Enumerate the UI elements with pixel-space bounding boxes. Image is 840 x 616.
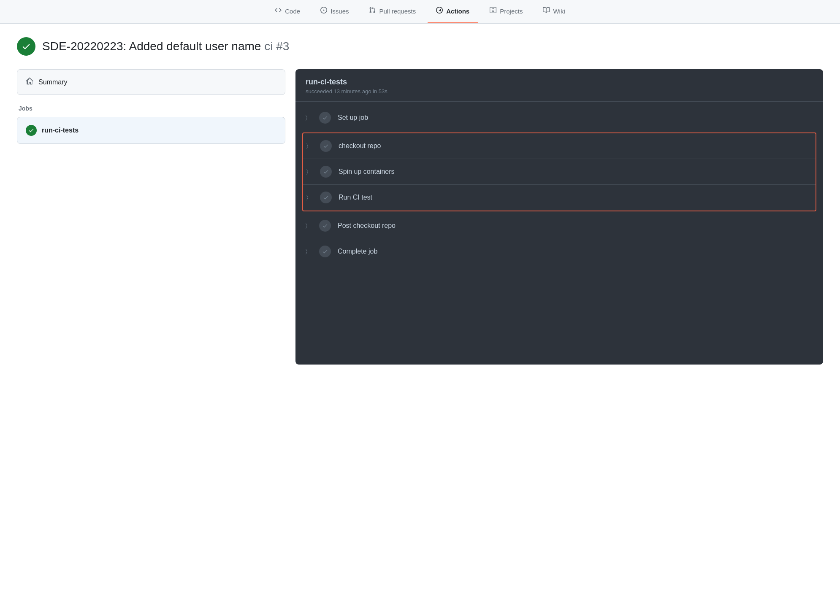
nav-code[interactable]: Code	[266, 0, 309, 23]
summary-label: Summary	[38, 78, 67, 86]
step-success-check	[319, 112, 331, 124]
nav-projects-label: Projects	[500, 8, 523, 15]
step-success-check	[320, 192, 332, 203]
actions-icon	[436, 7, 443, 15]
jobs-section-label: Jobs	[17, 102, 285, 117]
step-success-check	[320, 166, 332, 178]
wiki-icon	[543, 7, 550, 15]
chevron-right-icon: 〉	[306, 248, 312, 255]
page-title: SDE-20220223: Added default user name ci…	[42, 40, 289, 53]
step-success-check	[320, 140, 332, 152]
step-setup-job[interactable]: 〉 Set up job	[295, 105, 823, 131]
page-title-ci-text: ci #3	[264, 40, 289, 53]
chevron-right-icon: 〉	[306, 143, 313, 149]
projects-icon	[490, 7, 496, 15]
home-icon	[26, 77, 33, 87]
page-title-main: SDE-20220223: Added default user name	[42, 40, 261, 53]
top-nav: Code Issues Pull requests Actions Projec…	[0, 0, 840, 24]
step-spinup-label: Spin up containers	[339, 168, 395, 176]
layout: Summary Jobs run-ci-tests run-ci-tests s…	[17, 69, 823, 365]
step-spin-up-containers[interactable]: 〉 Spin up containers	[303, 159, 816, 185]
step-run-ci-test[interactable]: 〉 Run CI test	[303, 185, 816, 211]
step-complete-label: Complete job	[338, 248, 377, 255]
sidebar: Summary Jobs run-ci-tests	[17, 69, 295, 365]
panel-title: run-ci-tests	[306, 78, 813, 86]
step-success-check	[319, 246, 331, 257]
highlighted-steps-group: 〉 checkout repo 〉 Spin up containers	[302, 132, 816, 211]
page-title-row: SDE-20220223: Added default user name ci…	[17, 37, 823, 56]
nav-projects[interactable]: Projects	[481, 0, 531, 23]
code-icon	[275, 7, 282, 15]
panel-subtitle: succeeded 13 minutes ago in 53s	[306, 88, 813, 95]
status-success-badge	[17, 37, 35, 56]
summary-nav-item[interactable]: Summary	[17, 69, 285, 95]
step-list: 〉 Set up job 〉 checkout repo	[295, 102, 823, 268]
step-post-checkout-label: Post checkout repo	[338, 222, 396, 230]
job-run-ci-tests[interactable]: run-ci-tests	[17, 117, 285, 144]
issues-icon	[320, 7, 327, 15]
step-checkout-label: checkout repo	[339, 142, 381, 150]
chevron-right-icon: 〉	[306, 114, 312, 121]
step-runci-label: Run CI test	[339, 194, 372, 201]
nav-pr-label: Pull requests	[379, 8, 416, 15]
nav-actions[interactable]: Actions	[428, 0, 478, 23]
nav-code-label: Code	[285, 8, 300, 15]
panel-header: run-ci-tests succeeded 13 minutes ago in…	[295, 69, 823, 102]
nav-wiki[interactable]: Wiki	[534, 0, 573, 23]
chevron-right-icon: 〉	[306, 194, 313, 201]
nav-issues[interactable]: Issues	[312, 0, 357, 23]
nav-wiki-label: Wiki	[553, 8, 565, 15]
nav-pull-requests[interactable]: Pull requests	[360, 0, 424, 23]
step-success-check	[319, 220, 331, 232]
nav-actions-label: Actions	[446, 8, 469, 15]
chevron-right-icon: 〉	[306, 222, 312, 229]
main-content: SDE-20220223: Added default user name ci…	[0, 24, 840, 378]
job-success-badge	[26, 125, 37, 136]
pr-icon	[369, 7, 376, 15]
job-name: run-ci-tests	[42, 127, 79, 134]
step-complete-job[interactable]: 〉 Complete job	[295, 239, 823, 265]
nav-issues-label: Issues	[331, 8, 349, 15]
step-setup-label: Set up job	[338, 114, 368, 122]
chevron-right-icon: 〉	[306, 168, 313, 175]
step-checkout-repo[interactable]: 〉 checkout repo	[303, 133, 816, 159]
step-post-checkout[interactable]: 〉 Post checkout repo	[295, 213, 823, 239]
right-panel: run-ci-tests succeeded 13 minutes ago in…	[295, 69, 823, 365]
